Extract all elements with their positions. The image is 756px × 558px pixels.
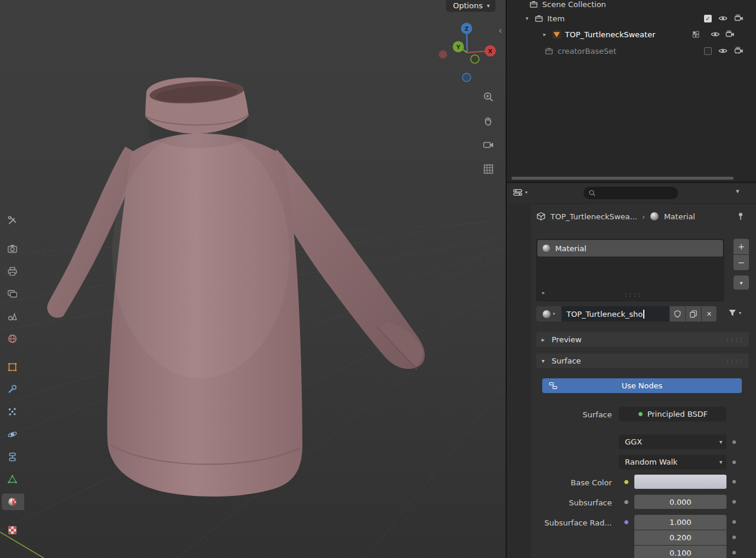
eye-icon[interactable] — [711, 30, 720, 39]
tab-render[interactable] — [0, 240, 24, 258]
breadcrumb-material[interactable]: Material — [664, 212, 695, 221]
pan-button[interactable] — [481, 114, 496, 128]
tab-output[interactable] — [0, 262, 24, 280]
tab-world[interactable] — [0, 330, 24, 348]
subsurface-radius-z-slider[interactable]: 0.100 — [634, 546, 726, 558]
use-nodes-button[interactable]: Use Nodes — [542, 378, 742, 393]
collection-exclude-checkbox[interactable] — [704, 47, 712, 55]
panel-grip[interactable]: :::: — [726, 336, 744, 343]
grid-icon — [483, 163, 494, 175]
breadcrumb: TOP_TurtleneckSwea... › Material — [536, 212, 695, 221]
remove-slot-button[interactable]: − — [734, 255, 749, 270]
navigation-gizmo[interactable]: Z Y X — [430, 18, 507, 89]
particles-icon — [7, 407, 18, 417]
camera-visibility-icon[interactable] — [734, 46, 744, 56]
decorator-dot[interactable] — [732, 460, 736, 464]
material-sphere-icon — [542, 310, 551, 319]
search-input[interactable] — [599, 189, 673, 198]
constraints-icon — [7, 452, 18, 462]
slot-list-expand-icon[interactable]: ▸ — [542, 290, 545, 296]
tab-view-layer[interactable] — [0, 285, 24, 303]
chevron-right-icon: ▸ — [542, 336, 548, 343]
outliner-row-item[interactable]: ▾ Item ✓ — [507, 12, 756, 24]
preview-panel-header[interactable]: ▸ Preview :::: — [536, 332, 749, 347]
camera-visibility-icon[interactable] — [725, 30, 735, 39]
sss-method-dropdown[interactable]: Random Walk ▾ — [619, 455, 726, 469]
axis-x-label: X — [488, 48, 493, 54]
base-color-swatch[interactable] — [634, 475, 726, 489]
decorator-dot[interactable] — [732, 440, 736, 444]
material-sphere-icon — [542, 244, 550, 252]
editor-type-button[interactable]: ▾ — [513, 187, 527, 197]
disclosure-triangle-icon[interactable]: ▸ — [543, 31, 546, 37]
eye-icon[interactable] — [718, 46, 728, 56]
tab-physics[interactable] — [0, 426, 24, 443]
outliner-row-turtleneck-sweater[interactable]: ▸ TOP_TurtleneckSweater — [507, 28, 756, 40]
tab-modifiers[interactable] — [0, 381, 24, 398]
axis-neg-y-ball — [471, 55, 479, 63]
material-icon — [7, 497, 18, 507]
tab-scene[interactable] — [0, 307, 24, 325]
outliner-row-creator-base-set[interactable]: creatorBaseSet — [507, 45, 756, 57]
material-name-field[interactable]: TOP_Turtleneck_sho — [562, 306, 669, 322]
outliner-row-scene-collection[interactable]: Scene Collection — [507, 0, 756, 10]
new-material-button[interactable] — [686, 306, 701, 322]
panel-grip[interactable]: :::: — [726, 357, 744, 365]
chevron-down-icon: ▾ — [553, 312, 555, 316]
axis-z-label: Z — [465, 25, 469, 32]
camera-visibility-icon[interactable] — [734, 14, 744, 23]
camera-view-button[interactable] — [481, 138, 496, 152]
header-menu-chevron[interactable]: ▾ — [736, 187, 739, 195]
add-slot-button[interactable]: + — [734, 239, 749, 254]
subsurface-radius-x-slider[interactable]: 1.000 — [634, 515, 726, 530]
tab-texture[interactable] — [0, 521, 24, 539]
pin-button[interactable] — [736, 212, 745, 221]
subsurface-radius-socket-dot — [624, 520, 629, 525]
decorator-dot[interactable] — [732, 500, 736, 504]
decorator-dot[interactable] — [732, 551, 736, 554]
decorator-dot[interactable] — [732, 536, 736, 539]
outliner-label: Item — [548, 14, 565, 23]
tab-tool[interactable] — [0, 212, 24, 229]
disclosure-triangle-icon[interactable]: ▾ — [526, 15, 529, 21]
decorator-dot[interactable] — [732, 520, 736, 524]
unlink-material-button[interactable]: ✕ — [702, 306, 716, 322]
wrench-icon — [7, 384, 18, 395]
properties-editor-icon — [513, 187, 523, 197]
tool-icon — [7, 215, 18, 226]
subsurface-radius-x: 1.000 — [669, 518, 691, 527]
properties-search[interactable] — [584, 187, 678, 199]
close-icon: ✕ — [706, 310, 712, 318]
decorator-dot[interactable] — [732, 480, 736, 484]
tab-object-data[interactable] — [0, 471, 24, 488]
options-dropdown[interactable]: Options ▾ — [446, 0, 496, 12]
distribution-dropdown[interactable]: GGX ▾ — [619, 434, 726, 449]
mesh-data-icon — [7, 474, 18, 485]
pin-icon — [736, 212, 745, 221]
collection-exclude-checkbox[interactable]: ✓ — [704, 15, 712, 22]
fake-user-button[interactable] — [670, 306, 685, 322]
subsurface-value-slider[interactable]: 0.000 — [634, 495, 726, 509]
subsurface-radius-y-slider[interactable]: 0.200 — [634, 530, 726, 545]
zoom-button[interactable] — [481, 90, 496, 104]
ortho-toggle-button[interactable] — [481, 162, 496, 176]
surface-shader-menu[interactable]: Principled BSDF — [619, 407, 726, 421]
tab-object[interactable] — [0, 358, 24, 376]
browse-material-button[interactable]: ▾ — [536, 306, 561, 322]
breadcrumb-object[interactable]: TOP_TurtleneckSwea... — [550, 212, 637, 221]
surface-panel-header[interactable]: ▾ Surface :::: — [536, 353, 749, 368]
filter-button[interactable]: ▾ — [728, 308, 741, 317]
base-color-label: Base Color — [530, 478, 612, 487]
tab-material[interactable] — [0, 493, 24, 511]
mesh-object-icon — [552, 30, 561, 39]
outliner-scrollbar[interactable] — [511, 177, 734, 180]
tab-particles[interactable] — [0, 403, 24, 421]
slot-list-grip[interactable]: :::: — [624, 291, 642, 299]
viewport-3d[interactable]: Options ▾ ‹ Z Y X — [0, 0, 507, 558]
eye-icon[interactable] — [718, 14, 728, 23]
modifier-stack-icon[interactable] — [692, 30, 700, 38]
material-slot-row[interactable]: Material — [537, 240, 723, 257]
slot-specials-button[interactable]: ▾ — [734, 275, 749, 290]
tab-constraints[interactable] — [0, 448, 24, 466]
render-icon — [7, 244, 18, 254]
